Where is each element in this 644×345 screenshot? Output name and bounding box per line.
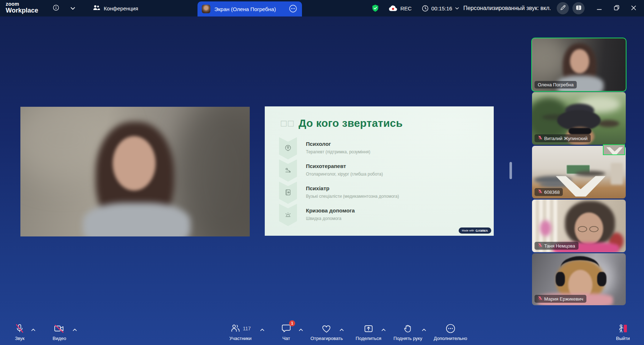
muted-mic-icon: [538, 135, 542, 141]
header-dropdown-button[interactable]: [67, 3, 78, 14]
more-label: Дополнительно: [434, 336, 467, 341]
view-layout-button[interactable]: [572, 2, 585, 14]
participant-name: Мария Ержикевич: [544, 296, 583, 302]
chat-button[interactable]: 1 Чат: [281, 323, 292, 341]
meeting-info-button[interactable]: [50, 3, 61, 14]
slide-item-subtitle: Швидка допомога: [306, 216, 355, 221]
participant-name-label: Олена Погребна: [535, 81, 577, 88]
audio-label: Звук: [15, 336, 25, 341]
recording-indicator[interactable]: REC: [388, 5, 412, 12]
rec-label: REC: [400, 5, 412, 11]
window-restore-button[interactable]: [611, 3, 622, 14]
layout-view-icon: [576, 5, 582, 12]
header-right-cluster: REC 00:15:16 Персонализированный звук: в…: [372, 0, 639, 16]
participant-tile-maria[interactable]: Мария Ержикевич: [532, 253, 626, 305]
ellipsis-circle-icon: [289, 4, 297, 14]
chevron-ribbon: [279, 204, 297, 226]
shared-screen-slide[interactable]: □□ До кого звертатись Психолог Терапевт …: [265, 106, 494, 236]
raise-hand-options-chevron[interactable]: [420, 326, 428, 334]
chevron-ribbon: [279, 182, 297, 204]
participants-count: 117: [243, 326, 251, 331]
participant-name-label: Мария Ержикевич: [535, 295, 586, 303]
heart-icon: [321, 323, 332, 334]
made-with-label: Made with: [462, 229, 474, 232]
logo-line-workplace: Workplace: [6, 7, 38, 14]
window-minimize-button[interactable]: [594, 3, 605, 14]
head-idea-icon: [284, 143, 292, 153]
chevron-down-icon: [70, 6, 75, 11]
tab-screen-share[interactable]: Экран (Олена Погребна): [197, 1, 302, 16]
participant-tile-vitaliy[interactable]: Виталий Жупинский: [532, 92, 626, 145]
camera-muted-icon: [54, 323, 65, 334]
pip-video-frame: [606, 147, 623, 154]
self-view-pip[interactable]: [603, 144, 625, 155]
timer-value: 00:15:16: [431, 5, 452, 11]
info-icon: [53, 4, 59, 12]
participant-name: 608368: [544, 190, 560, 195]
participant-tile-tanya[interactable]: Таня Немцова: [532, 200, 626, 252]
share-label: Поделиться: [356, 336, 381, 341]
participant-name-label: Виталий Жупинский: [535, 134, 591, 142]
participants-filmstrip: Олена Погребна Виталий Жупинский: [532, 38, 626, 306]
muted-mic-icon: [538, 243, 542, 249]
chevron-up-icon: [260, 327, 264, 332]
tab-conference-label: Конференция: [104, 5, 138, 11]
timer-chevron-icon: [455, 7, 459, 10]
chat-options-chevron[interactable]: [297, 326, 304, 334]
chevron-up-icon: [73, 327, 77, 332]
top-bar: zoom Workplace Конференция Экран (Олена …: [0, 0, 644, 16]
clock-icon: [422, 5, 429, 12]
slide-item-subtitle: Вузькі спеціалісти (медикаментозна допом…: [306, 194, 399, 199]
tab-options-button[interactable]: [288, 4, 298, 14]
tab-conference[interactable]: Конференция: [86, 0, 145, 16]
chevron-up-icon: [299, 327, 303, 332]
chat-label: Чат: [282, 336, 290, 341]
zoom-workplace-logo: zoom Workplace: [6, 1, 38, 14]
slide-item-subtitle: Терапевт (підтримка, розуміння): [306, 149, 370, 154]
share-screen-icon: [364, 323, 374, 334]
chevron-ribbon: [279, 137, 297, 159]
participant-name-label: 608368: [535, 188, 563, 196]
muted-mic-icon: [538, 296, 542, 302]
filmstrip-scrollbar[interactable]: [509, 162, 512, 179]
annotate-button[interactable]: [557, 2, 569, 14]
participants-button[interactable]: 117 Участники: [229, 323, 252, 341]
speaker-video[interactable]: [20, 107, 250, 236]
leave-door-icon: [618, 323, 629, 334]
video-button[interactable]: Видео: [53, 323, 66, 341]
participant-name: Олена Погребна: [538, 82, 574, 87]
audio-options-chevron[interactable]: [30, 326, 37, 334]
avatar: [202, 5, 210, 13]
participant-name-label: Таня Немцова: [535, 242, 579, 250]
made-with-gamma-badge[interactable]: Made with GAMMA: [459, 227, 491, 234]
meeting-timer[interactable]: 00:15:16: [422, 5, 459, 12]
more-button[interactable]: Дополнительно: [434, 323, 467, 341]
slide-item-subtitle: Отоларинголог, хірург (глибша робота): [306, 172, 383, 177]
participants-options-chevron[interactable]: [259, 326, 266, 334]
participant-name: Виталий Жупинский: [544, 136, 587, 141]
chevron-up-icon: [422, 327, 426, 332]
participant-tile-olena[interactable]: Олена Погребна: [532, 38, 626, 91]
raise-hand-icon: [403, 323, 413, 334]
chat-unread-badge: 1: [289, 320, 295, 326]
window-close-button[interactable]: [628, 3, 639, 14]
raise-hand-button[interactable]: Поднять руку: [394, 323, 422, 341]
siren-icon: [284, 210, 292, 220]
tab-screen-label: Экран (Олена Погребна): [214, 6, 284, 12]
cloud-recording-icon: [388, 5, 398, 12]
slide-item-title: Психотерапевт: [306, 163, 383, 169]
chevron-up-icon: [31, 327, 35, 332]
audio-button[interactable]: Звук: [14, 323, 25, 341]
security-shield-icon[interactable]: [372, 4, 379, 12]
react-options-chevron[interactable]: [338, 326, 345, 334]
share-button[interactable]: Поделиться: [356, 323, 381, 341]
share-options-chevron[interactable]: [380, 326, 387, 334]
gamma-brand-label: GAMMA: [475, 229, 488, 233]
personalized-audio-status: Персонализированный звук: вкл.: [463, 5, 551, 11]
slide-item: Психіатр Вузькі спеціалісти (медикаменто…: [306, 185, 399, 199]
video-options-chevron[interactable]: [71, 326, 78, 334]
minimize-icon: [597, 6, 602, 11]
slide-item-title: Психіатр: [306, 185, 399, 191]
leave-button[interactable]: Выйти: [616, 323, 630, 341]
participants-label: Участники: [229, 336, 252, 341]
